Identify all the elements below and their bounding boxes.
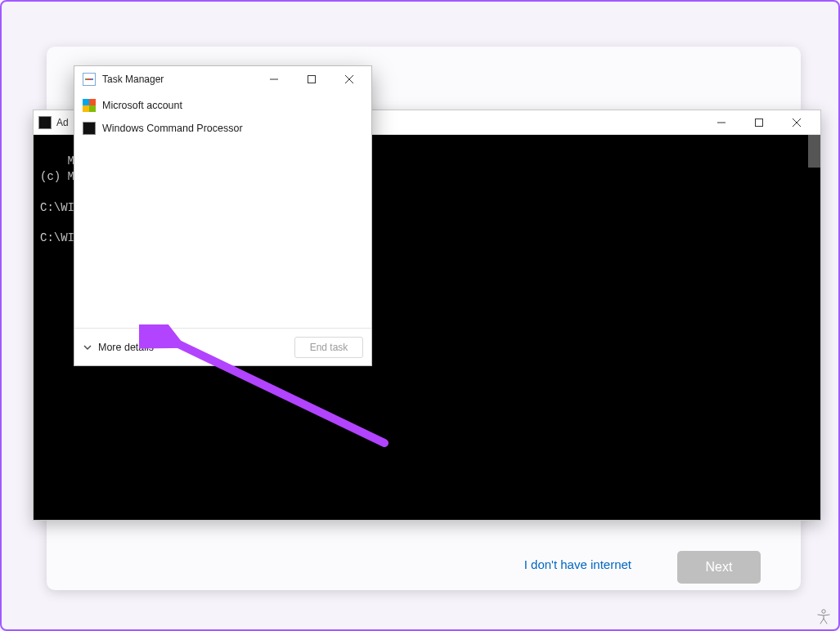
svg-rect-1 [756,119,763,126]
no-internet-link[interactable]: I don't have internet [524,557,631,571]
task-manager-title: Task Manager [102,74,164,85]
chevron-down-icon [83,342,92,352]
task-manager-icon [83,73,96,86]
microsoft-account-icon [83,99,96,112]
accessibility-icon[interactable] [815,608,832,624]
process-label: Microsoft account [102,100,182,111]
command-prompt-title: Ad [56,117,69,128]
task-manager-titlebar[interactable]: Task Manager [74,66,371,92]
process-row[interactable]: Microsoft account [81,94,365,117]
cmd-icon [38,116,52,129]
task-manager-process-list: Microsoft account Windows Command Proces… [74,92,371,328]
svg-point-9 [822,610,825,613]
minimize-button[interactable] [255,67,293,92]
cmd-icon [83,122,96,135]
process-row[interactable]: Windows Command Processor [81,117,365,140]
end-task-button[interactable]: End task [294,337,363,358]
scrollbar-thumb[interactable] [808,135,820,168]
more-details-label: More details [98,342,154,353]
maximize-button[interactable] [293,67,330,92]
close-button[interactable] [330,67,368,92]
next-button[interactable]: Next [677,551,761,584]
more-details-toggle[interactable]: More details [83,342,154,353]
process-label: Windows Command Processor [102,123,243,134]
maximize-button[interactable] [740,110,778,135]
minimize-button[interactable] [703,110,740,135]
svg-rect-5 [308,76,316,83]
task-manager-footer: More details End task [74,328,371,365]
task-manager-window: Task Manager Microsoft account Windows C… [74,65,372,366]
close-button[interactable] [778,110,815,135]
